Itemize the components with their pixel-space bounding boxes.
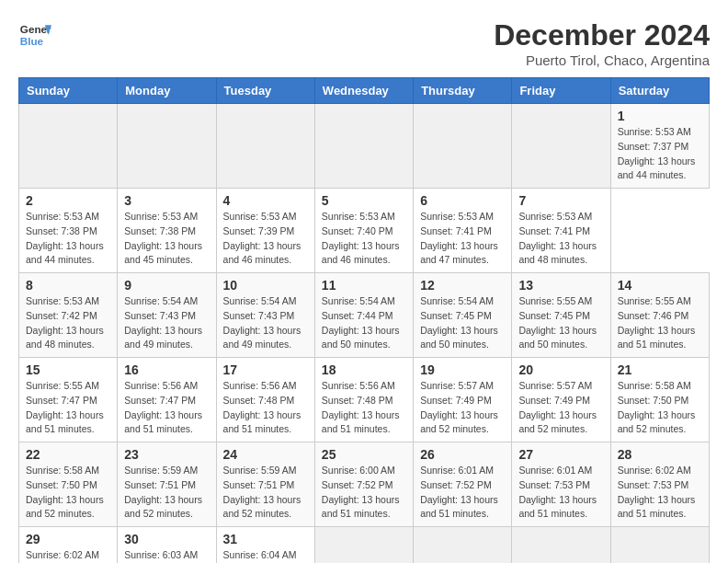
day-of-week-header: Friday — [512, 78, 610, 104]
day-info: Sunrise: 5:58 AMSunset: 7:50 PMDaylight:… — [618, 379, 702, 437]
calendar-week-row: 1 Sunrise: 5:53 AMSunset: 7:37 PMDayligh… — [19, 104, 710, 189]
day-number: 22 — [26, 447, 110, 462]
day-info: Sunrise: 5:56 AMSunset: 7:48 PMDaylight:… — [223, 379, 308, 437]
day-number: 8 — [26, 278, 110, 293]
day-number: 7 — [518, 193, 603, 208]
calendar-day: 19 Sunrise: 5:57 AMSunset: 7:49 PMDaylig… — [414, 358, 512, 442]
calendar-week-row: 22 Sunrise: 5:58 AMSunset: 7:50 PMDaylig… — [19, 442, 710, 527]
calendar-week-row: 2 Sunrise: 5:53 AMSunset: 7:38 PMDayligh… — [19, 189, 710, 273]
day-number: 18 — [322, 362, 406, 377]
day-of-week-header: Monday — [118, 78, 216, 104]
calendar-day: 5 Sunrise: 5:53 AMSunset: 7:40 PMDayligh… — [314, 189, 413, 273]
day-number: 9 — [124, 278, 209, 293]
calendar-day: 8 Sunrise: 5:53 AMSunset: 7:42 PMDayligh… — [19, 273, 118, 358]
calendar-day: 13 Sunrise: 5:55 AMSunset: 7:45 PMDaylig… — [512, 273, 610, 358]
empty-cell — [414, 104, 512, 189]
day-info: Sunrise: 5:53 AMSunset: 7:39 PMDaylight:… — [223, 210, 308, 268]
day-info: Sunrise: 5:54 AMSunset: 7:45 PMDaylight:… — [420, 294, 505, 352]
calendar-day: 6 Sunrise: 5:53 AMSunset: 7:41 PMDayligh… — [414, 189, 512, 273]
calendar-day: 3 Sunrise: 5:53 AMSunset: 7:38 PMDayligh… — [118, 189, 216, 273]
day-info: Sunrise: 5:57 AMSunset: 7:49 PMDaylight:… — [518, 379, 603, 437]
day-info: Sunrise: 5:58 AMSunset: 7:50 PMDaylight:… — [26, 464, 110, 522]
calendar-day: 20 Sunrise: 5:57 AMSunset: 7:49 PMDaylig… — [512, 358, 610, 442]
day-number: 11 — [322, 278, 406, 293]
day-number: 20 — [518, 362, 603, 377]
empty-cell — [19, 104, 118, 189]
day-info: Sunrise: 5:53 AMSunset: 7:41 PMDaylight:… — [518, 210, 603, 268]
day-number: 29 — [26, 532, 110, 546]
calendar-day: 7 Sunrise: 5:53 AMSunset: 7:41 PMDayligh… — [512, 189, 610, 273]
day-info: Sunrise: 6:02 AMSunset: 7:53 PMDaylight:… — [26, 548, 110, 563]
day-number: 30 — [124, 532, 209, 546]
calendar-day: 12 Sunrise: 5:54 AMSunset: 7:45 PMDaylig… — [414, 273, 512, 358]
logo-icon: General Blue — [18, 18, 51, 52]
day-of-week-header: Wednesday — [314, 78, 413, 104]
day-info: Sunrise: 6:04 AMSunset: 7:54 PMDaylight:… — [223, 548, 308, 563]
calendar-day: 16 Sunrise: 5:56 AMSunset: 7:47 PMDaylig… — [118, 358, 216, 442]
day-info: Sunrise: 5:53 AMSunset: 7:38 PMDaylight:… — [26, 210, 110, 268]
day-info: Sunrise: 6:02 AMSunset: 7:53 PMDaylight:… — [618, 464, 702, 522]
day-info: Sunrise: 5:53 AMSunset: 7:37 PMDaylight:… — [618, 125, 702, 183]
svg-text:Blue: Blue — [20, 35, 44, 47]
day-number: 24 — [223, 447, 308, 462]
day-number: 17 — [223, 362, 308, 377]
day-number: 2 — [26, 193, 110, 208]
day-info: Sunrise: 5:54 AMSunset: 7:43 PMDaylight:… — [223, 294, 308, 352]
day-number: 5 — [322, 193, 406, 208]
calendar-day: 11 Sunrise: 5:54 AMSunset: 7:44 PMDaylig… — [314, 273, 413, 358]
calendar-day: 15 Sunrise: 5:55 AMSunset: 7:47 PMDaylig… — [19, 358, 118, 442]
calendar-day: 28 Sunrise: 6:02 AMSunset: 7:53 PMDaylig… — [610, 442, 709, 527]
day-number: 25 — [322, 447, 406, 462]
day-number: 4 — [223, 193, 308, 208]
day-number: 10 — [223, 278, 308, 293]
day-info: Sunrise: 5:53 AMSunset: 7:38 PMDaylight:… — [124, 210, 209, 268]
day-info: Sunrise: 5:56 AMSunset: 7:48 PMDaylight:… — [322, 379, 406, 437]
calendar-week-row: 29 Sunrise: 6:02 AMSunset: 7:53 PMDaylig… — [19, 527, 710, 564]
calendar-day: 30 Sunrise: 6:03 AMSunset: 7:54 PMDaylig… — [118, 527, 216, 564]
day-info: Sunrise: 5:53 AMSunset: 7:41 PMDaylight:… — [420, 210, 505, 268]
calendar-day — [610, 527, 709, 564]
calendar-day — [414, 527, 512, 564]
calendar-day: 24 Sunrise: 5:59 AMSunset: 7:51 PMDaylig… — [216, 442, 314, 527]
day-info: Sunrise: 5:53 AMSunset: 7:40 PMDaylight:… — [322, 210, 406, 268]
logo: General Blue — [18, 18, 51, 52]
day-of-week-header: Tuesday — [216, 78, 314, 104]
day-info: Sunrise: 5:59 AMSunset: 7:51 PMDaylight:… — [124, 464, 209, 522]
day-number: 31 — [223, 532, 308, 546]
empty-cell — [314, 104, 413, 189]
day-number: 21 — [618, 362, 702, 377]
day-info: Sunrise: 5:57 AMSunset: 7:49 PMDaylight:… — [420, 379, 505, 437]
day-number: 13 — [518, 278, 603, 293]
calendar-week-row: 8 Sunrise: 5:53 AMSunset: 7:42 PMDayligh… — [19, 273, 710, 358]
day-number: 23 — [124, 447, 209, 462]
day-info: Sunrise: 5:55 AMSunset: 7:47 PMDaylight:… — [26, 379, 110, 437]
calendar-day: 17 Sunrise: 5:56 AMSunset: 7:48 PMDaylig… — [216, 358, 314, 442]
calendar-day: 21 Sunrise: 5:58 AMSunset: 7:50 PMDaylig… — [610, 358, 709, 442]
day-number: 26 — [420, 447, 505, 462]
day-number: 28 — [618, 447, 702, 462]
main-title: December 2024 — [494, 18, 710, 52]
calendar-day: 23 Sunrise: 5:59 AMSunset: 7:51 PMDaylig… — [118, 442, 216, 527]
calendar-header: SundayMondayTuesdayWednesdayThursdayFrid… — [19, 78, 710, 104]
day-number: 6 — [420, 193, 505, 208]
calendar-table: SundayMondayTuesdayWednesdayThursdayFrid… — [18, 77, 710, 563]
day-of-week-header: Saturday — [610, 78, 709, 104]
calendar-day: 2 Sunrise: 5:53 AMSunset: 7:38 PMDayligh… — [19, 189, 118, 273]
calendar-day: 10 Sunrise: 5:54 AMSunset: 7:43 PMDaylig… — [216, 273, 314, 358]
empty-cell — [216, 104, 314, 189]
calendar-day: 14 Sunrise: 5:55 AMSunset: 7:46 PMDaylig… — [610, 273, 709, 358]
calendar-day: 25 Sunrise: 6:00 AMSunset: 7:52 PMDaylig… — [314, 442, 413, 527]
day-info: Sunrise: 6:01 AMSunset: 7:52 PMDaylight:… — [420, 464, 505, 522]
day-number: 16 — [124, 362, 209, 377]
day-info: Sunrise: 6:03 AMSunset: 7:54 PMDaylight:… — [124, 548, 209, 563]
calendar-day: 22 Sunrise: 5:58 AMSunset: 7:50 PMDaylig… — [19, 442, 118, 527]
calendar-day — [314, 527, 413, 564]
calendar-day: 1 Sunrise: 5:53 AMSunset: 7:37 PMDayligh… — [610, 104, 709, 189]
calendar-day: 26 Sunrise: 6:01 AMSunset: 7:52 PMDaylig… — [414, 442, 512, 527]
day-info: Sunrise: 5:54 AMSunset: 7:43 PMDaylight:… — [124, 294, 209, 352]
title-section: December 2024 Puerto Tirol, Chaco, Argen… — [494, 18, 710, 68]
calendar-week-row: 15 Sunrise: 5:55 AMSunset: 7:47 PMDaylig… — [19, 358, 710, 442]
calendar-day: 4 Sunrise: 5:53 AMSunset: 7:39 PMDayligh… — [216, 189, 314, 273]
empty-cell — [512, 104, 610, 189]
day-info: Sunrise: 5:56 AMSunset: 7:47 PMDaylight:… — [124, 379, 209, 437]
